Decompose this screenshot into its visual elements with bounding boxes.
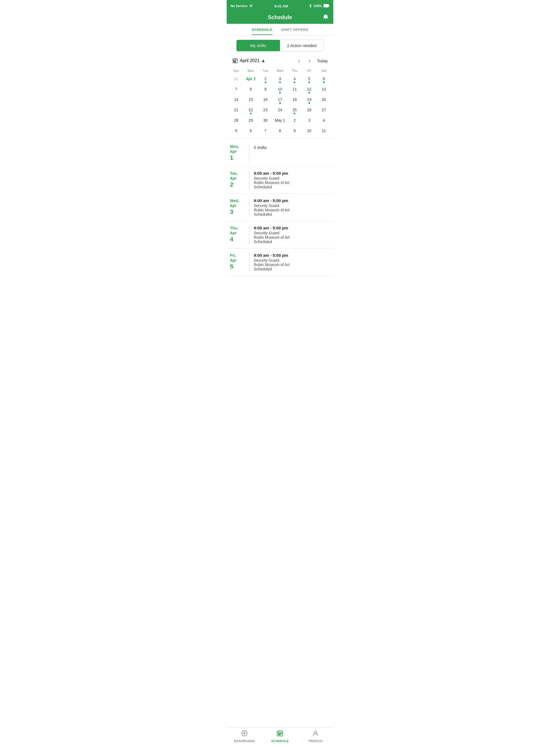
today-button[interactable]: Today <box>317 58 328 63</box>
prev-month-button[interactable]: ‹ <box>295 57 303 65</box>
calendar-cell-12[interactable]: 12 <box>302 85 316 96</box>
calendar-cell-26[interactable]: 26 <box>302 106 316 117</box>
calendar-cell-36[interactable]: 6 <box>244 127 258 137</box>
calendar-cell-4[interactable]: 4 <box>287 75 302 85</box>
calendar-cell-29[interactable]: 29 <box>244 117 258 127</box>
status-bar: No Service 9:41 AM 100% <box>227 0 333 12</box>
calendar-cell-25[interactable]: 25 <box>287 106 302 117</box>
svg-rect-3 <box>234 61 235 61</box>
action-needed-button[interactable]: 2 Action needed <box>280 40 324 51</box>
calendar-cell-2[interactable]: 2 <box>258 75 273 85</box>
calendar-cell-7[interactable]: 7 <box>229 85 244 96</box>
shift-day-row[interactable]: Wed,Apr39:00 am - 5:00 pmSecurity GuardR… <box>227 194 333 221</box>
calendar-cell-17[interactable]: 17 <box>273 96 287 106</box>
shift-role: Security Guard <box>254 258 330 262</box>
calendar-cell-40[interactable]: 10 <box>302 127 316 137</box>
shift-location: Rubin Museum of Art <box>254 180 330 185</box>
calendar-cell-39[interactable]: 9 <box>287 127 302 137</box>
shift-status: Scheduled <box>254 267 330 271</box>
tab-schedule[interactable]: SCHEDULE <box>252 28 272 35</box>
calendar-cell-3[interactable]: 3 <box>273 75 287 85</box>
expand-icon[interactable]: ▲ <box>261 58 265 63</box>
date-number: 11 <box>292 87 297 91</box>
calendar-cell-15[interactable]: 15 <box>244 96 258 106</box>
calendar-cell-30[interactable]: 30 <box>258 117 273 127</box>
event-dot <box>294 113 295 114</box>
no-event <box>279 123 281 125</box>
date-number: 13 <box>322 87 326 91</box>
calendar-cell-22[interactable]: 22 <box>244 106 258 117</box>
calendar-cell-24[interactable]: 24 <box>273 106 287 117</box>
calendar-grid: Sun Mon Tue Wed Thu Fri Sat 31Apr 123456… <box>227 67 333 137</box>
calendar-cell-38[interactable]: 8 <box>273 127 287 137</box>
shift-info: 9:00 am - 5:00 pmSecurity GuardRubin Mus… <box>254 226 330 244</box>
calendar-cell-16[interactable]: 16 <box>258 96 273 106</box>
date-number: 16 <box>263 97 268 102</box>
calendar-cell-9[interactable]: 9 <box>258 85 273 96</box>
calendar-cell-28[interactable]: 28 <box>229 117 244 127</box>
shift-day-row[interactable]: Fri,Apr59:00 am - 5:00 pmSecurity GuardR… <box>227 249 333 276</box>
event-dot <box>308 92 310 94</box>
no-event <box>235 81 237 83</box>
calendar-cell-14[interactable]: 14 <box>229 96 244 106</box>
calendar-cell-34[interactable]: 4 <box>316 117 331 127</box>
shift-date: Wed,Apr3 <box>230 198 249 216</box>
no-event <box>279 133 281 135</box>
date-number: 30 <box>263 118 268 123</box>
date-number: 8 <box>250 87 252 91</box>
date-number: 12 <box>307 87 311 91</box>
calendar-cell-0[interactable]: 31 <box>229 75 244 85</box>
calendar-cell-21[interactable]: 21 <box>229 106 244 117</box>
status-right: 100% <box>309 4 330 8</box>
shift-role: Security Guard <box>254 231 330 235</box>
bell-icon[interactable] <box>322 14 329 22</box>
date-number: 27 <box>322 108 326 112</box>
calendar-cell-41[interactable]: 11 <box>316 127 331 137</box>
calendar-cell-27[interactable]: 27 <box>316 106 331 117</box>
no-event <box>279 113 281 114</box>
calendar-cell-6[interactable]: 6 <box>316 75 331 85</box>
date-number: 10 <box>307 129 311 133</box>
shift-day-row[interactable]: Thu,Apr49:00 am - 5:00 pmSecurity GuardR… <box>227 221 333 249</box>
date-number: 15 <box>249 97 253 102</box>
calendar-cell-5[interactable]: 5 <box>302 75 316 85</box>
calendar-cell-23[interactable]: 23 <box>258 106 273 117</box>
svg-rect-6 <box>235 62 236 62</box>
signal-text: No Service <box>230 4 248 8</box>
calendar-cell-13[interactable]: 13 <box>316 85 331 96</box>
next-month-button[interactable]: › <box>306 57 314 65</box>
calendar-cell-10[interactable]: 10 <box>273 85 287 96</box>
no-event <box>294 133 295 135</box>
no-event <box>235 113 237 114</box>
shift-date: Thu,Apr4 <box>230 226 249 243</box>
no-event <box>323 113 325 114</box>
calendar-cell-31[interactable]: May 1 <box>273 117 287 127</box>
calendar-cell-19[interactable]: 19 <box>302 96 316 106</box>
calendar-navigation: ‹ › Today <box>295 57 328 65</box>
calendar-cell-35[interactable]: 5 <box>229 127 244 137</box>
calendar-cell-11[interactable]: 11 <box>287 85 302 96</box>
calendar-cell-1[interactable]: Apr 1 <box>244 75 258 85</box>
calendar-cell-33[interactable]: 3 <box>302 117 316 127</box>
date-number: 14 <box>234 97 238 102</box>
calendar-cell-20[interactable]: 20 <box>316 96 331 106</box>
day-headers: Sun Mon Tue Wed Thu Fri Sat <box>229 67 331 75</box>
calendar-cell-32[interactable]: 2 <box>287 117 302 127</box>
calendar-cell-8[interactable]: 8 <box>244 85 258 96</box>
my-shifts-button[interactable]: My shifts <box>236 40 280 51</box>
calendar-cell-18[interactable]: 18 <box>287 96 302 106</box>
calendar-cell-37[interactable]: 7 <box>258 127 273 137</box>
shift-day-row[interactable]: Tue,Apr29:00 am - 5:00 pmSecurity GuardR… <box>227 166 333 194</box>
tab-shift-offers[interactable]: SHIFT OFFERS <box>281 28 308 35</box>
no-event <box>265 123 266 125</box>
no-event <box>265 102 266 104</box>
shift-time: 9:00 am - 5:00 pm <box>254 171 330 176</box>
page-title: Schedule <box>268 14 292 21</box>
shift-status: Scheduled <box>254 239 330 244</box>
shift-time: 9:00 am - 5:00 pm <box>254 226 330 230</box>
battery-percentage: 100% <box>313 4 322 8</box>
date-number: 7 <box>264 129 266 133</box>
date-number: 21 <box>234 108 238 112</box>
calendar-month-selector[interactable]: April 2021 ▲ <box>232 58 265 64</box>
month-year-label: April 2021 <box>240 58 259 63</box>
